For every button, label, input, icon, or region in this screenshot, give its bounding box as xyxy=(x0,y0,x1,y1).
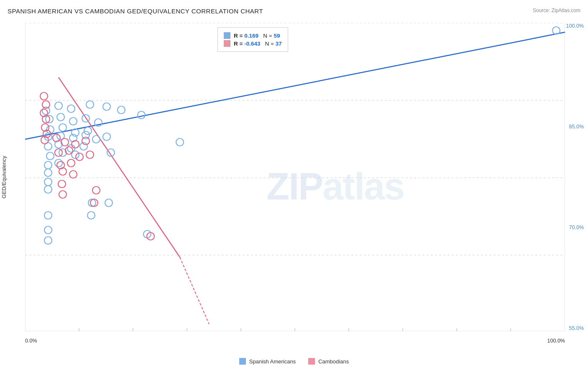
legend-label-spanish: Spanish Americans xyxy=(249,358,296,365)
svg-line-17 xyxy=(59,77,180,257)
svg-point-23 xyxy=(103,103,110,110)
svg-point-31 xyxy=(59,124,66,131)
legend-cambodians: Cambodians xyxy=(308,358,349,365)
x-tick-0: 0.0% xyxy=(25,338,37,344)
svg-point-53 xyxy=(176,138,184,146)
svg-point-20 xyxy=(55,102,62,110)
chart-area xyxy=(25,23,565,331)
svg-point-47 xyxy=(44,161,52,169)
svg-point-62 xyxy=(552,27,560,34)
chart-title: SPANISH AMERICAN VS CAMBODIAN GED/EQUIVA… xyxy=(8,8,263,15)
svg-point-58 xyxy=(44,212,52,219)
chart-svg xyxy=(25,23,565,331)
svg-point-22 xyxy=(86,101,94,108)
y-tick-55: 55.0% xyxy=(566,325,584,331)
svg-point-79 xyxy=(67,159,75,167)
svg-point-83 xyxy=(59,191,66,198)
svg-point-56 xyxy=(105,199,112,207)
svg-point-61 xyxy=(44,237,52,244)
svg-point-77 xyxy=(86,151,94,158)
svg-point-39 xyxy=(103,133,110,141)
y-axis-label: GED/Equivalency xyxy=(0,23,8,331)
svg-point-50 xyxy=(44,178,52,186)
legend-label-cambodians: Cambodians xyxy=(318,358,349,365)
chart-container: SPANISH AMERICAN VS CAMBODIAN GED/EQUIVA… xyxy=(0,0,588,373)
y-axis-labels: 100.0% 85.0% 70.0% 55.0% xyxy=(566,23,584,331)
svg-point-21 xyxy=(67,105,75,112)
svg-point-54 xyxy=(138,111,145,119)
svg-point-44 xyxy=(46,152,54,160)
bottom-legend: Spanish Americans Cambodians xyxy=(0,358,588,365)
svg-point-81 xyxy=(69,171,77,178)
svg-point-63 xyxy=(40,92,48,100)
svg-point-49 xyxy=(44,169,52,176)
source-label: Source: ZipAtlas.com xyxy=(533,8,580,13)
y-tick-100: 100.0% xyxy=(566,23,584,29)
legend-spanish-americans: Spanish Americans xyxy=(239,358,296,365)
svg-point-59 xyxy=(44,226,52,234)
svg-point-24 xyxy=(118,106,125,114)
svg-line-18 xyxy=(180,257,209,324)
y-tick-70: 70.0% xyxy=(566,225,584,230)
x-tick-100: 100.0% xyxy=(547,338,565,344)
legend-icon-cambodians xyxy=(308,358,315,365)
svg-point-38 xyxy=(92,135,100,143)
svg-point-51 xyxy=(44,186,52,193)
svg-point-27 xyxy=(69,118,77,125)
x-axis-labels: 0.0% 100.0% xyxy=(25,338,565,344)
legend-icon-spanish xyxy=(239,358,246,365)
svg-point-26 xyxy=(57,113,64,121)
svg-line-16 xyxy=(25,32,565,139)
svg-point-57 xyxy=(87,212,95,219)
y-tick-85: 85.0% xyxy=(566,124,584,130)
svg-point-48 xyxy=(55,159,62,167)
svg-point-84 xyxy=(92,186,100,194)
svg-point-82 xyxy=(58,180,66,188)
